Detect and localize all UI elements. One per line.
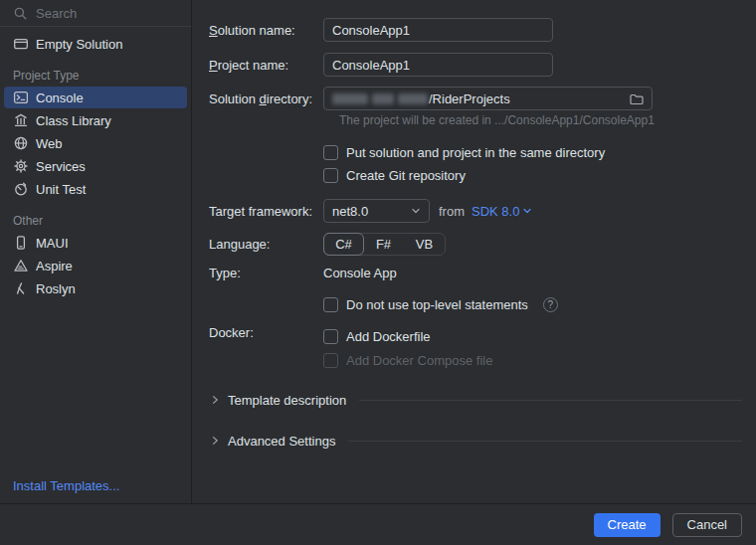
sidebar-item-empty-solution[interactable]: Empty Solution [4,33,187,55]
search-placeholder: Search [36,6,77,21]
solution-directory-label: Solution directory: [209,91,323,106]
sdk-version-link[interactable]: SDK 8.0 [472,204,533,219]
project-name-label: Project name: [209,58,323,73]
roslyn-icon [13,280,29,296]
sidebar-item-label: Roslyn [36,281,76,296]
expander-label: Advanced Settings [228,434,335,449]
sidebar-item-label: Unit Test [36,182,86,197]
language-option-csharp[interactable]: C# [323,233,364,256]
docker-label: Docker: [209,325,323,340]
divider-line [348,441,742,442]
solution-form: Solution name: ConsoleApp1 Project name:… [193,0,756,503]
web-icon [13,135,29,151]
sidebar-item-services[interactable]: Services [4,155,187,177]
console-icon [13,90,29,105]
checkbox-box[interactable] [323,329,338,344]
add-docker-compose-checkbox: Add Docker Compose file [323,351,492,369]
chevron-right-icon [209,435,221,447]
type-label: Type: [209,266,323,280]
top-level-statements-checkbox[interactable]: Do not use top-level statements ? [323,295,558,313]
checkbox-box [323,353,338,368]
language-row: Language: C# F# VB [209,232,446,256]
sidebar-item-label: Class Library [36,113,111,128]
sidebar-item-label: Aspire [36,259,73,273]
create-button[interactable]: Create [594,513,661,537]
solution-directory-row: Solution directory: /RiderProjects [209,87,653,110]
search-input[interactable]: Search [0,0,191,27]
sidebar-item-label: MAUI [36,236,69,251]
template-description-expander[interactable]: Template description [209,392,742,408]
solution-name-label: Solution name: [209,23,323,38]
cancel-button[interactable]: Cancel [672,513,742,537]
solution-directory-input[interactable]: /RiderProjects [323,87,653,110]
search-icon [13,6,28,21]
sidebar-item-class-library[interactable]: Class Library [4,109,187,131]
sidebar-item-console[interactable]: Console [4,87,187,108]
target-framework-select[interactable]: net8.0 [323,199,430,223]
checkbox-box[interactable] [323,297,338,312]
language-option-vb[interactable]: VB [404,234,445,255]
sidebar-item-label: Services [36,159,86,174]
docker-row: Docker: [209,323,323,341]
target-framework-label: Target framework: [209,204,323,219]
sidebar-item-label: Web [36,136,63,151]
directory-hint: The project will be created in .../Conso… [339,113,655,127]
git-repository-checkbox[interactable]: Create Git repository [323,166,466,184]
divider-line [359,400,742,401]
language-label: Language: [209,237,323,252]
sidebar-item-aspire[interactable]: Aspire [4,255,187,276]
maui-phone-icon [13,235,29,251]
type-row: Type: Console App [209,261,397,284]
checkbox-box[interactable] [323,145,338,160]
solution-name-input[interactable]: ConsoleApp1 [323,18,553,42]
checkbox-label: Do not use top-level statements [346,297,528,312]
checkbox-label: Create Git repository [346,168,466,183]
from-text: from [439,204,465,219]
sidebar-item-roslyn[interactable]: Roslyn [4,277,187,299]
add-dockerfile-checkbox[interactable]: Add Dockerfile [323,327,431,345]
checkbox-label: Put solution and project in the same dir… [346,145,605,160]
chevron-down-icon [410,205,422,217]
new-solution-dialog: Search Empty Solution Project Type Conso… [0,0,756,545]
sidebar-item-maui[interactable]: MAUI [4,232,187,254]
sidebar-item-unit-test[interactable]: Unit Test [4,178,187,200]
unit-test-icon [13,181,29,197]
section-header-project-type: Project Type [0,67,191,85]
aspire-icon [13,258,29,273]
redacted-path [332,93,428,104]
sidebar-item-label: Console [36,91,84,105]
target-framework-row: Target framework: net8.0 from SDK 8.0 [209,199,533,223]
class-library-icon [13,112,29,128]
empty-solution-icon [13,36,29,52]
same-directory-checkbox[interactable]: Put solution and project in the same dir… [323,143,605,161]
checkbox-label: Add Dockerfile [346,329,431,344]
checkbox-label: Add Docker Compose file [346,353,492,368]
help-icon[interactable]: ? [543,297,558,312]
dialog-footer: Create Cancel [0,503,756,545]
advanced-settings-expander[interactable]: Advanced Settings [209,433,742,449]
template-sidebar: Search Empty Solution Project Type Conso… [0,0,192,503]
chevron-down-icon [521,205,533,217]
language-option-fsharp[interactable]: F# [363,234,404,255]
sidebar-item-web[interactable]: Web [4,132,187,154]
checkbox-box[interactable] [323,168,338,183]
expander-label: Template description [228,393,346,408]
project-name-row: Project name: ConsoleApp1 [209,53,553,77]
section-header-other: Other [0,212,191,230]
solution-name-row: Solution name: ConsoleApp1 [209,18,553,42]
language-segmented-control: C# F# VB [323,233,446,256]
sidebar-item-label: Empty Solution [36,37,122,52]
install-templates-link[interactable]: Install Templates... [13,478,119,493]
services-gear-icon [13,158,29,174]
type-value: Console App [323,266,397,280]
folder-browse-icon[interactable] [628,91,646,108]
project-name-input[interactable]: ConsoleApp1 [323,53,553,77]
chevron-right-icon [209,394,221,406]
